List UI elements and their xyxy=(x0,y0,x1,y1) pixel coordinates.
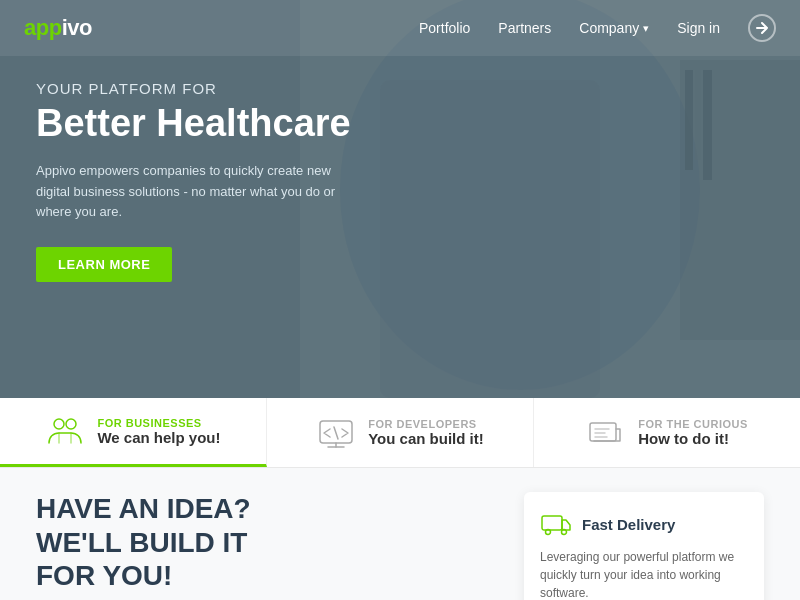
hero-description: Appivo empowers companies to quickly cre… xyxy=(36,161,336,223)
bottom-left: HAVE AN IDEA? WE'LL BUILD IT FOR YOU! xyxy=(36,492,484,593)
hero-section: appivo Portfolio Partners Company Sign i… xyxy=(0,0,800,398)
logo[interactable]: appivo xyxy=(24,15,92,41)
navbar: appivo Portfolio Partners Company Sign i… xyxy=(0,0,800,56)
logo-ivo: ivo xyxy=(62,15,92,41)
svg-point-8 xyxy=(54,419,64,429)
tab-curious-desc: How to do it! xyxy=(638,430,748,447)
tab-curious-label: FOR THE CURIOUS xyxy=(638,418,748,430)
fast-delivery-card: Fast Delivery Leveraging our powerful pl… xyxy=(524,492,764,600)
hero-subtitle: YOUR PLATFORM FOR xyxy=(36,80,351,97)
logo-app: app xyxy=(24,15,62,41)
bottom-title-line1: HAVE AN IDEA? xyxy=(36,492,484,526)
curious-icon xyxy=(586,413,626,453)
bottom-section: HAVE AN IDEA? WE'LL BUILD IT FOR YOU! Fa… xyxy=(0,468,800,600)
svg-point-9 xyxy=(66,419,76,429)
nav-signin[interactable]: Sign in xyxy=(677,20,720,36)
svg-point-13 xyxy=(546,530,551,535)
nav-company[interactable]: Company xyxy=(579,20,649,36)
svg-rect-11 xyxy=(590,423,616,441)
tab-businesses-label: FOR BUSINESSES xyxy=(97,417,220,429)
card-header: Fast Delivery xyxy=(540,508,748,540)
nav-partners[interactable]: Partners xyxy=(498,20,551,36)
nav-links: Portfolio Partners Company Sign in xyxy=(419,14,776,42)
tab-curious[interactable]: FOR THE CURIOUS How to do it! xyxy=(534,398,800,467)
tabs-bar: FOR BUSINESSES We can help you! FOR DEVE… xyxy=(0,398,800,468)
tab-curious-text: FOR THE CURIOUS How to do it! xyxy=(638,418,748,447)
tab-developers[interactable]: FOR DEVELOPERS You can build it! xyxy=(267,398,534,467)
tab-businesses-desc: We can help you! xyxy=(97,429,220,446)
tab-developers-label: FOR DEVELOPERS xyxy=(368,418,484,430)
businesses-icon xyxy=(45,411,85,451)
bottom-title: HAVE AN IDEA? WE'LL BUILD IT FOR YOU! xyxy=(36,492,484,593)
svg-point-14 xyxy=(562,530,567,535)
tab-developers-desc: You can build it! xyxy=(368,430,484,447)
learn-more-button[interactable]: LEARN MORE xyxy=(36,247,172,282)
card-description: Leveraging our powerful platform we quic… xyxy=(540,548,748,600)
svg-rect-12 xyxy=(542,516,562,530)
tab-developers-text: FOR DEVELOPERS You can build it! xyxy=(368,418,484,447)
nav-icon-button[interactable] xyxy=(748,14,776,42)
tab-businesses-text: FOR BUSINESSES We can help you! xyxy=(97,417,220,446)
tab-businesses[interactable]: FOR BUSINESSES We can help you! xyxy=(0,398,267,467)
hero-content: YOUR PLATFORM FOR Better Healthcare Appi… xyxy=(36,80,351,282)
bottom-title-line3: FOR YOU! xyxy=(36,559,484,593)
bottom-title-line2: WE'LL BUILD IT xyxy=(36,526,484,560)
card-title: Fast Delivery xyxy=(582,516,675,533)
developers-icon xyxy=(316,413,356,453)
hero-title: Better Healthcare xyxy=(36,103,351,145)
nav-portfolio[interactable]: Portfolio xyxy=(419,20,470,36)
arrow-icon xyxy=(755,21,769,35)
delivery-icon xyxy=(540,508,572,540)
